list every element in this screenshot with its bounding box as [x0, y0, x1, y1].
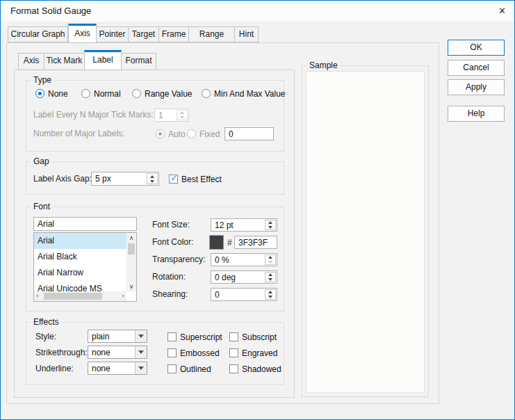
radio-unselected-icon — [81, 89, 90, 98]
font-list[interactable]: Arial Arial Black Arial Narrow Arial Uni… — [33, 232, 137, 302]
dropdown-arrow-icon — [135, 346, 147, 358]
spin-down-icon[interactable] — [265, 295, 275, 300]
list-item[interactable]: Arial Unicode MS — [34, 281, 126, 291]
vertical-scrollbar[interactable]: ∧ ∨ — [126, 233, 136, 291]
strikethrough-dropdown[interactable]: none — [88, 346, 147, 359]
sample-group-title: Sample — [306, 60, 341, 70]
horizontal-scrollbar[interactable]: ‹ › — [34, 291, 126, 301]
scroll-right-icon[interactable]: › — [122, 292, 124, 299]
hscroll-thumb[interactable] — [44, 293, 102, 300]
ok-button[interactable]: OK — [448, 40, 505, 56]
font-name-input[interactable]: Arial — [33, 217, 137, 231]
checkbox-unchecked-icon — [167, 348, 177, 357]
label-every-n-label: Label Every N Major Tick Marks: — [33, 110, 154, 120]
close-button[interactable]: ✕ — [490, 1, 514, 22]
checkbox-unchecked-icon — [229, 364, 238, 373]
subtab-label[interactable]: Label — [84, 50, 122, 70]
font-group-title: Font — [31, 202, 53, 211]
dropdown-arrow-icon — [135, 362, 147, 374]
type-group-title: Type — [31, 75, 54, 85]
number-major-labels-label: Number of Major Labels: — [33, 129, 124, 138]
superscript-checkbox[interactable]: Superscript — [167, 332, 222, 342]
radio-dot — [158, 132, 162, 136]
scroll-up-icon[interactable]: ∧ — [126, 234, 136, 241]
gap-group-title: Gap — [31, 156, 52, 166]
radio-disabled-icon — [187, 129, 196, 138]
embossed-checkbox[interactable]: Embossed — [167, 348, 220, 358]
tab-pointer[interactable]: Pointer — [96, 26, 129, 42]
cancel-button[interactable]: Cancel — [448, 60, 505, 76]
style-label: Style: — [35, 332, 56, 341]
best-effect-checkbox[interactable]: ✓ Best Effect — [169, 174, 222, 184]
label-axis-gap-label: Label Axis Gap: — [33, 174, 92, 184]
sample-preview — [306, 71, 425, 393]
spin-down-icon — [265, 260, 275, 265]
radio-unselected-icon — [202, 89, 211, 98]
radio-normal[interactable]: Normal — [81, 88, 121, 99]
spin-down-icon — [177, 115, 187, 120]
window-title: Format Solid Gauge — [10, 1, 91, 22]
check-icon: ✓ — [170, 174, 179, 183]
radio-range-value[interactable]: Range Value — [132, 88, 193, 99]
rotation-spinner[interactable]: 0 deg — [211, 270, 277, 284]
dropdown-arrow-icon — [135, 330, 147, 342]
checkbox-unchecked-icon — [229, 348, 238, 357]
engraved-checkbox[interactable]: Engraved — [229, 348, 277, 358]
font-list-items: Arial Arial Black Arial Narrow Arial Uni… — [34, 233, 126, 291]
font-color-hex-input[interactable]: 3F3F3F — [234, 236, 277, 249]
sample-group: Sample — [302, 65, 429, 397]
font-size-label: Font Size: — [152, 220, 190, 229]
scroll-down-icon[interactable]: ∨ — [126, 283, 136, 290]
style-dropdown[interactable]: plain — [88, 330, 147, 343]
radio-none[interactable]: None — [35, 88, 68, 99]
checkbox-unchecked-icon — [229, 332, 238, 341]
tab-hint[interactable]: Hint — [234, 26, 259, 42]
label-every-n-spinner: 1 — [154, 108, 189, 122]
spin-down-icon[interactable] — [265, 277, 275, 282]
subscript-checkbox[interactable]: Subscript — [229, 332, 277, 342]
effects-group-title: Effects — [31, 317, 61, 327]
shearing-label: Shearing: — [152, 289, 188, 299]
font-color-swatch[interactable] — [209, 235, 224, 250]
font-color-label: Font Color: — [152, 237, 193, 247]
spin-down-icon[interactable] — [265, 225, 275, 230]
tab-target[interactable]: Target — [128, 26, 159, 42]
radio-selected-icon — [35, 89, 44, 98]
tab-circular-graph[interactable]: Circular Graph — [8, 26, 68, 42]
list-item[interactable]: Arial — [34, 233, 126, 249]
strikethrough-label: Strikethrough: — [35, 348, 88, 357]
shearing-spinner[interactable]: 0 — [211, 288, 277, 301]
font-size-spinner[interactable]: 12 pt — [211, 218, 277, 232]
tab-frame[interactable]: Frame — [158, 26, 189, 42]
rotation-label: Rotation: — [152, 272, 186, 282]
tab-axis[interactable]: Axis — [68, 24, 97, 43]
apply-button[interactable]: Apply — [448, 79, 505, 95]
checkbox-unchecked-icon — [167, 364, 177, 373]
scroll-left-icon[interactable]: ‹ — [36, 292, 39, 299]
radio-unselected-icon — [132, 89, 141, 98]
checkbox-checked-icon: ✓ — [169, 175, 178, 184]
fixed-count-input[interactable]: 0 — [224, 127, 274, 140]
vscroll-thumb[interactable] — [128, 243, 135, 255]
radio-dot — [38, 92, 42, 95]
spin-down-icon[interactable] — [147, 179, 157, 184]
list-item[interactable]: Arial Black — [34, 249, 126, 265]
subtab-axis[interactable]: Axis — [18, 53, 44, 70]
titlebar: Format Solid Gauge ✕ — [1, 1, 514, 22]
radio-min-max-value[interactable]: Min And Max Value — [202, 88, 286, 99]
tab-range-color[interactable]: Range Color — [188, 26, 235, 42]
label-axis-gap-spinner[interactable]: 5 px — [91, 172, 159, 186]
spin-up-icon[interactable] — [147, 174, 157, 179]
radio-fixed: Fixed — [187, 129, 220, 139]
transparency-spinner[interactable]: 0 % — [211, 253, 277, 266]
underline-label: Underline: — [35, 364, 74, 373]
underline-dropdown[interactable]: none — [88, 362, 147, 375]
subtab-tick-mark[interactable]: Tick Mark — [44, 53, 85, 70]
help-button[interactable]: Help — [448, 106, 505, 122]
list-item[interactable]: Arial Narrow — [34, 265, 126, 281]
shadowed-checkbox[interactable]: Shadowed — [229, 364, 281, 374]
outlined-checkbox[interactable]: Outlined — [167, 364, 211, 374]
format-solid-gauge-dialog: Format Solid Gauge ✕ Circular Graph Axis… — [0, 0, 515, 420]
radio-auto: Auto — [156, 129, 186, 139]
subtab-format[interactable]: Format — [121, 53, 156, 70]
